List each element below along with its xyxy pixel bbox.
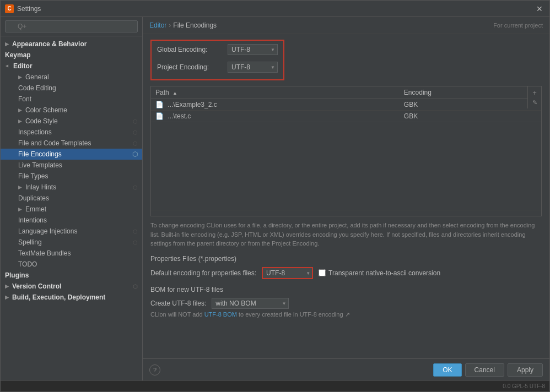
panel-content: Global Encoding: UTF-8 GBK ISO-8859-1 ▼ … — [143, 34, 549, 358]
ok-button[interactable]: OK — [433, 363, 461, 377]
sidebar-item-todo[interactable]: TODO — [1, 259, 142, 270]
sidebar-item-label: Code Style — [25, 117, 58, 125]
breadcrumb: Editor › File Encodings For current proj… — [143, 17, 549, 34]
cancel-button[interactable]: Cancel — [465, 363, 504, 377]
global-encoding-row: Global Encoding: UTF-8 GBK ISO-8859-1 ▼ — [157, 44, 278, 55]
sidebar-item-duplicates[interactable]: Duplicates — [1, 193, 142, 204]
sidebar-item-label: Keymap — [5, 51, 31, 59]
help-button[interactable]: ? — [149, 364, 160, 375]
props-encoding-select[interactable]: UTF-8 GBK ISO-8859-1 — [262, 267, 313, 279]
close-button[interactable]: ✕ — [534, 3, 545, 14]
sidebar-item-emmet[interactable]: ▶ Emmet — [1, 204, 142, 215]
sidebar-item-code-editing[interactable]: Code Editing — [1, 83, 142, 94]
sidebar-item-textmate[interactable]: TextMate Bundles — [1, 248, 142, 259]
sidebar-item-version-control[interactable]: ▶ Version Control ⬡ — [1, 281, 142, 292]
global-encoding-select[interactable]: UTF-8 GBK ISO-8859-1 — [228, 44, 278, 55]
sidebar-item-file-encodings[interactable]: File Encodings ⬡ — [1, 149, 142, 160]
status-right: 0.0 GPL-5 UTF-8 — [503, 383, 545, 389]
bom-note-suffix: to every created file in UTF-8 encoding … — [239, 311, 350, 318]
indicator-icon: ⬡ — [133, 239, 138, 246]
project-encoding-label: Project Encoding: — [157, 63, 223, 71]
sidebar-item-label: File Types — [18, 172, 48, 180]
sidebar-item-editor[interactable]: ▼ Editor — [1, 61, 142, 72]
arrow-icon: ▶ — [18, 107, 22, 113]
breadcrumb-parent[interactable]: Editor — [149, 21, 166, 29]
table-row[interactable]: 📄 ...\Example3_2.c GBK — [151, 99, 541, 111]
sidebar: ⌕ ▶ Appearance & Behavior Keymap ▼ Edito… — [1, 17, 143, 380]
project-encoding-select[interactable]: UTF-8 GBK ISO-8859-1 — [228, 62, 278, 73]
native-ascii-checkbox-wrapper: Transparent native-to-ascii conversion — [319, 269, 440, 277]
native-ascii-checkbox[interactable] — [319, 269, 326, 276]
indicator-icon: ⬡ — [133, 129, 138, 135]
file-path-value: ...\test.c — [168, 112, 191, 120]
file-path-value: ...\Example3_2.c — [168, 101, 217, 108]
sidebar-item-general[interactable]: ▶ General — [1, 72, 142, 83]
sidebar-item-color-scheme[interactable]: ▶ Color Scheme — [1, 105, 142, 116]
indicator-icon: ⬡ — [133, 184, 138, 190]
sidebar-item-inspections[interactable]: Inspections ⬡ — [1, 127, 142, 138]
breadcrumb-separator: › — [169, 21, 171, 29]
properties-section: Properties Files (*.properties) Default … — [150, 255, 542, 279]
arrow-icon: ▶ — [18, 184, 22, 190]
sidebar-item-label: Inspections — [18, 128, 52, 136]
sidebar-item-label: Build, Execution, Deployment — [12, 293, 105, 301]
sidebar-item-label: Color Scheme — [25, 106, 67, 114]
breadcrumb-project-link[interactable]: For current project — [493, 22, 543, 29]
properties-section-title: Properties Files (*.properties) — [150, 255, 542, 263]
native-ascii-label: Transparent native-to-ascii conversion — [328, 269, 440, 277]
edit-button[interactable]: ✎ — [529, 97, 540, 107]
sidebar-item-label: TextMate Bundles — [18, 249, 71, 257]
sidebar-item-label: Appearance & Behavior — [12, 40, 87, 48]
sidebar-item-label: Code Editing — [18, 84, 56, 92]
search-wrapper: ⌕ — [5, 20, 138, 32]
apply-button[interactable]: Apply — [508, 363, 543, 377]
search-box: ⌕ — [1, 17, 142, 36]
file-encoding-table-container: Path ▲ Encoding — [150, 86, 542, 216]
sidebar-item-file-types[interactable]: File Types — [1, 171, 142, 182]
indicator-icon: ⬡ — [133, 118, 138, 124]
sidebar-item-font[interactable]: Font — [1, 94, 142, 105]
props-encoding-label: Default encoding for properties files: — [150, 269, 256, 277]
sidebar-item-intentions[interactable]: Intentions — [1, 215, 142, 226]
indicator-icon: ⬡ — [133, 228, 138, 235]
search-input[interactable] — [5, 20, 138, 32]
global-encoding-label: Global Encoding: — [157, 46, 223, 53]
sidebar-item-label: Live Templates — [18, 161, 62, 169]
indicator-icon: ⬡ — [133, 140, 138, 146]
sidebar-item-label: TODO — [18, 260, 37, 268]
arrow-icon: ▶ — [18, 74, 22, 80]
file-icon: 📄 — [155, 112, 164, 120]
sidebar-item-label: Font — [18, 95, 31, 103]
file-encoding-cell: GBK — [400, 99, 528, 111]
sidebar-item-build-execution[interactable]: ▶ Build, Execution, Deployment — [1, 292, 142, 303]
sidebar-item-live-templates[interactable]: Live Templates — [1, 160, 142, 171]
sidebar-item-language-injections[interactable]: Language Injections ⬡ — [1, 226, 142, 237]
main-panel: Editor › File Encodings For current proj… — [143, 17, 549, 380]
project-encoding-select-wrapper: UTF-8 GBK ISO-8859-1 ▼ — [228, 62, 278, 73]
bom-select[interactable]: with NO BOM with BOM — [212, 298, 289, 309]
bom-section-title: BOM for new UTF-8 files — [150, 286, 542, 293]
app-icon: C — [5, 4, 14, 13]
sidebar-item-spelling[interactable]: Spelling ⬡ — [1, 237, 142, 248]
sidebar-item-label: Duplicates — [18, 194, 49, 202]
bom-link[interactable]: UTF-8 BOM — [204, 311, 237, 318]
sidebar-item-plugins[interactable]: Plugins — [1, 270, 142, 281]
sidebar-item-appearance[interactable]: ▶ Appearance & Behavior — [1, 39, 142, 50]
title-bar: C Settings ✕ — [1, 1, 549, 17]
sidebar-item-label: File Encodings — [18, 150, 62, 158]
sidebar-item-label: File and Code Templates — [18, 139, 91, 147]
sort-arrow-icon: ▲ — [172, 90, 177, 96]
indicator-icon: ⬡ — [133, 284, 138, 290]
window-title: Settings — [17, 5, 41, 13]
sidebar-item-inlay-hints[interactable]: ▶ Inlay Hints ⬡ — [1, 182, 142, 193]
table-row[interactable]: 📄 ...\test.c GBK — [151, 111, 541, 122]
sidebar-item-file-code-templates[interactable]: File and Code Templates ⬡ — [1, 138, 142, 149]
title-bar-left: C Settings — [5, 4, 41, 13]
file-encoding-table: Path ▲ Encoding — [151, 86, 541, 210]
props-encoding-select-wrapper: UTF-8 GBK ISO-8859-1 ▼ — [262, 267, 313, 279]
global-project-encoding-box: Global Encoding: UTF-8 GBK ISO-8859-1 ▼ … — [150, 40, 284, 80]
sidebar-item-code-style[interactable]: ▶ Code Style ⬡ — [1, 116, 142, 127]
sidebar-item-label: Inlay Hints — [25, 183, 56, 191]
add-button[interactable]: + — [529, 88, 540, 97]
sidebar-item-keymap[interactable]: Keymap — [1, 50, 142, 61]
